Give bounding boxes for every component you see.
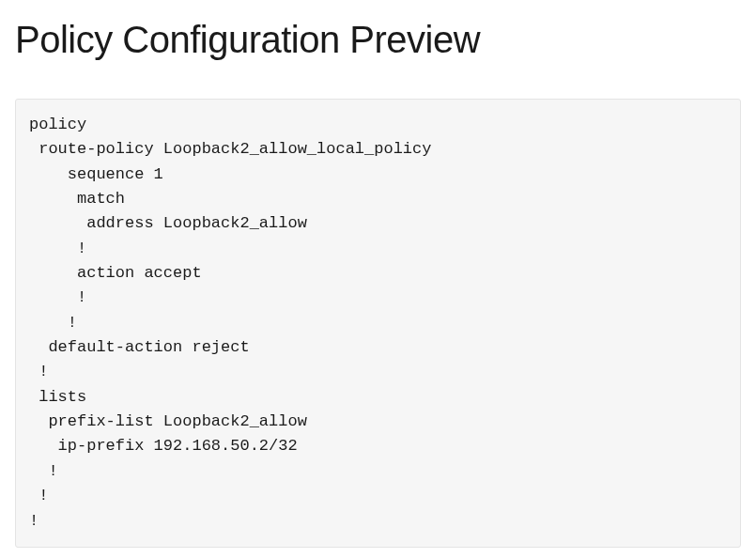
policy-config-code: policy route-policy Loopback2_allow_loca…	[15, 99, 741, 548]
page-title: Policy Configuration Preview	[15, 19, 741, 61]
